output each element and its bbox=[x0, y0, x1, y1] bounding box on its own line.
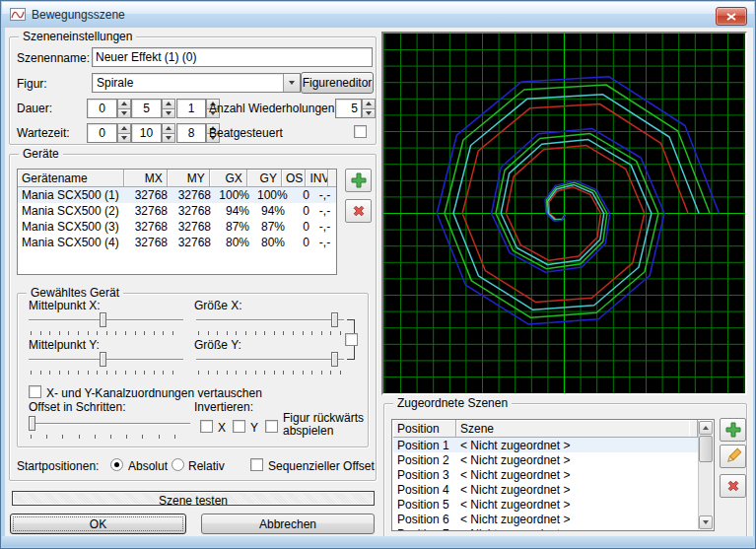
table-cell: 100% bbox=[253, 188, 289, 202]
titlebar[interactable]: Bewegungsszene bbox=[2, 2, 754, 28]
table-cell: Position 1 bbox=[393, 439, 456, 452]
table-row[interactable]: Mania SCX500 (1)3276832768100%100%0-,- bbox=[18, 187, 336, 203]
figure-editor-button[interactable]: Figureneditor bbox=[301, 72, 374, 94]
add-device-button[interactable] bbox=[345, 169, 372, 192]
table-row[interactable]: Position 6< Nicht zugeordnet > bbox=[393, 512, 698, 526]
close-button[interactable] bbox=[716, 7, 747, 26]
link-size-checkbox[interactable] bbox=[345, 333, 358, 346]
table-cell: Position 2 bbox=[393, 453, 456, 467]
spinner-down-button[interactable] bbox=[162, 108, 175, 119]
add-scene-button[interactable] bbox=[720, 418, 746, 442]
figure-label: Figur: bbox=[17, 77, 47, 91]
table-row[interactable]: Mania SCX500 (4)327683276880%80%0-,- bbox=[18, 235, 336, 250]
wait-spinner-2 bbox=[162, 123, 175, 143]
wait-field-2[interactable] bbox=[131, 123, 162, 143]
slider-track bbox=[196, 319, 344, 321]
column-header[interactable]: Gerätename bbox=[18, 170, 124, 187]
center-y-slider[interactable] bbox=[29, 351, 183, 375]
arrow-down-icon bbox=[166, 136, 172, 140]
arrow-down-icon bbox=[121, 111, 127, 115]
play-backwards-checkbox[interactable] bbox=[265, 420, 278, 433]
offset-slider[interactable] bbox=[29, 415, 190, 439]
invert-y-checkbox[interactable] bbox=[233, 420, 245, 433]
invert-y-label: Y bbox=[250, 421, 258, 435]
test-scene-button[interactable]: Szene testen bbox=[12, 491, 375, 506]
table-cell: 32768 bbox=[172, 188, 215, 202]
slider-thumb[interactable] bbox=[331, 312, 338, 327]
slider-ticks bbox=[198, 331, 343, 335]
column-header[interactable]: GY bbox=[247, 170, 282, 187]
table-row[interactable]: Position 4< Nicht zugeordnet > bbox=[393, 482, 698, 497]
radio-absolut[interactable] bbox=[110, 458, 123, 471]
column-header[interactable]: MX bbox=[124, 170, 168, 187]
table-row[interactable]: Position 7< Nicht zugeordnet > bbox=[393, 526, 698, 530]
spinner-down-button[interactable] bbox=[117, 108, 131, 119]
plus-icon bbox=[724, 421, 742, 439]
center-x-slider[interactable] bbox=[29, 311, 183, 335]
table-cell: -,- bbox=[313, 236, 336, 249]
radio-relativ-label[interactable]: Relativ bbox=[188, 459, 225, 473]
assigned-table-scrollbar[interactable] bbox=[698, 421, 713, 529]
scrollbar-up-button[interactable] bbox=[699, 421, 713, 435]
scrollbar-down-button[interactable] bbox=[699, 515, 713, 529]
delete-x-icon bbox=[724, 477, 742, 495]
figure-select-dropdown-button[interactable] bbox=[283, 74, 300, 92]
column-header[interactable]: MY bbox=[168, 170, 210, 187]
repeats-field[interactable] bbox=[335, 99, 362, 118]
arrow-up-icon bbox=[166, 102, 172, 105]
slider-thumb[interactable] bbox=[331, 352, 338, 367]
swap-xy-label: X- und Y-Kanalzuordnungen vertauschen bbox=[46, 386, 262, 400]
size-x-slider[interactable] bbox=[196, 311, 344, 335]
assigned-table-header: PositionSzene bbox=[393, 420, 698, 438]
table-cell: 94% bbox=[215, 204, 253, 218]
slider-thumb[interactable] bbox=[100, 352, 106, 367]
table-cell: 0 bbox=[289, 236, 313, 249]
wait-field-1[interactable] bbox=[87, 123, 117, 143]
table-row[interactable]: Mania SCX500 (2)327683276894%94%0-,- bbox=[18, 203, 336, 219]
spinner-down-button[interactable] bbox=[362, 108, 376, 119]
column-header-filler bbox=[689, 420, 698, 438]
slider-thumb[interactable] bbox=[100, 312, 106, 327]
slider-thumb[interactable] bbox=[29, 416, 35, 431]
duration-field-3[interactable] bbox=[176, 99, 206, 118]
invert-x-checkbox[interactable] bbox=[200, 420, 213, 433]
scene-name-input[interactable] bbox=[92, 47, 373, 67]
column-header[interactable]: GX bbox=[210, 170, 247, 187]
sequential-offset-label: Sequenzieller Offset bbox=[268, 459, 375, 473]
arrow-down-icon bbox=[166, 111, 172, 115]
ok-button[interactable]: OK bbox=[10, 514, 186, 534]
window-bottom-frame bbox=[2, 536, 754, 547]
duration-field-1[interactable] bbox=[87, 99, 117, 118]
column-header[interactable]: Szene bbox=[456, 420, 689, 438]
invert-label: Invertieren: bbox=[194, 400, 253, 414]
table-cell: Position 5 bbox=[393, 498, 456, 512]
edit-scene-button[interactable] bbox=[720, 445, 746, 468]
app-icon bbox=[10, 7, 26, 23]
radio-absolut-label[interactable]: Absolut bbox=[128, 459, 168, 473]
cancel-button[interactable]: Abbrechen bbox=[201, 514, 375, 534]
radio-relativ[interactable] bbox=[172, 458, 184, 471]
delete-scene-button[interactable] bbox=[720, 474, 746, 498]
table-row[interactable]: Position 1< Nicht zugeordnet > bbox=[393, 438, 698, 452]
size-y-slider[interactable] bbox=[196, 351, 344, 375]
table-row[interactable]: Position 5< Nicht zugeordnet > bbox=[393, 497, 698, 512]
swap-xy-checkbox[interactable] bbox=[29, 385, 41, 398]
scrollbar-thumb[interactable] bbox=[699, 436, 713, 462]
table-row[interactable]: Position 3< Nicht zugeordnet > bbox=[393, 467, 698, 482]
table-row[interactable]: Position 2< Nicht zugeordnet > bbox=[393, 452, 698, 467]
spinner-down-button[interactable] bbox=[162, 133, 175, 144]
sequential-offset-checkbox[interactable] bbox=[250, 458, 263, 471]
beat-checkbox[interactable] bbox=[354, 125, 367, 138]
figure-select[interactable]: Spirale bbox=[92, 73, 301, 93]
column-header[interactable]: INV bbox=[306, 170, 328, 187]
table-row[interactable]: Mania SCX500 (3)327683276887%87%0-,- bbox=[18, 219, 336, 235]
duration-field-2[interactable] bbox=[131, 99, 162, 118]
table-cell: 0 bbox=[289, 204, 313, 218]
spinner-down-button[interactable] bbox=[117, 133, 131, 144]
column-header[interactable]: OS bbox=[282, 170, 307, 187]
wait-field-3[interactable] bbox=[176, 123, 206, 143]
remove-device-button[interactable] bbox=[345, 199, 372, 223]
offset-label: Offset in Schritten: bbox=[29, 400, 126, 414]
table-cell: 0 bbox=[289, 188, 313, 202]
column-header[interactable]: Position bbox=[393, 420, 456, 438]
